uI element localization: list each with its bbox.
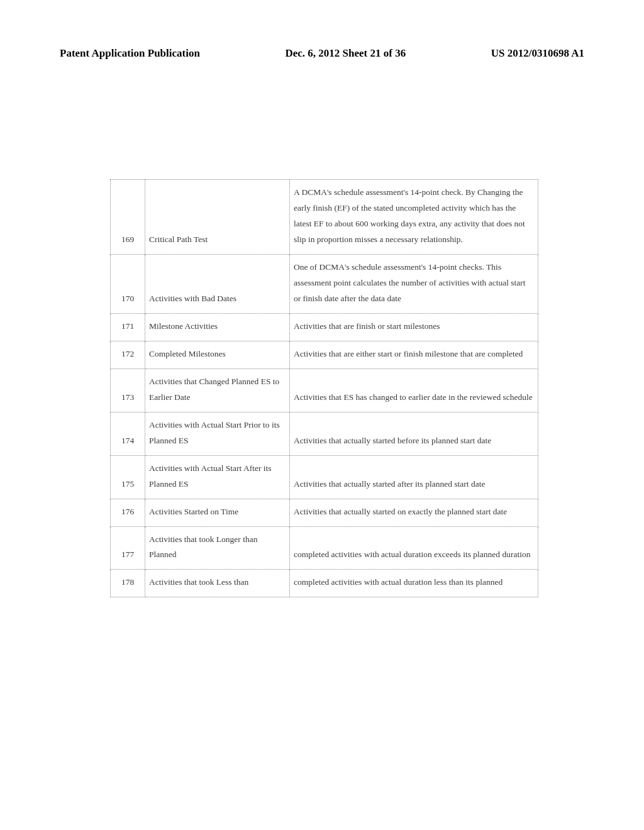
row-name: Activities Started on Time	[145, 499, 290, 526]
data-table-container: 169 Critical Path Test A DCMA's schedule…	[110, 179, 538, 597]
table-row: 175 Activities with Actual Start After i…	[111, 455, 538, 499]
row-description: completed activities with actual duratio…	[290, 570, 538, 597]
row-number: 169	[111, 180, 145, 255]
table-row: 170 Activities with Bad Dates One of DCM…	[111, 254, 538, 313]
row-number: 178	[111, 570, 145, 597]
row-description: completed activities with actual duratio…	[290, 526, 538, 570]
row-name: Critical Path Test	[145, 180, 290, 255]
row-description: Activities that actually started after i…	[290, 455, 538, 499]
row-description: Activities that ES has changed to earlie…	[290, 368, 538, 412]
row-description: Activities that actually started on exac…	[290, 499, 538, 526]
row-description: Activities that actually started before …	[290, 412, 538, 455]
table-row: 178 Activities that took Less than compl…	[111, 570, 538, 597]
row-name: Activities that Changed Planned ES to Ea…	[145, 368, 290, 412]
row-name: Activities with Bad Dates	[145, 254, 290, 313]
row-number: 171	[111, 313, 145, 341]
row-name: Milestone Activities	[145, 313, 290, 341]
header-right: US 2012/0310698 A1	[491, 47, 584, 60]
row-description: One of DCMA's schedule assessment's 14-p…	[290, 254, 538, 313]
row-name: Activities with Actual Start After its P…	[145, 455, 290, 499]
table-row: 172 Completed Milestones Activities that…	[111, 341, 538, 368]
row-number: 176	[111, 499, 145, 526]
data-table: 169 Critical Path Test A DCMA's schedule…	[110, 179, 538, 597]
row-number: 172	[111, 341, 145, 368]
row-name: Activities that took Less than	[145, 570, 290, 597]
row-description: Activities that are finish or start mile…	[290, 313, 538, 341]
header-center: Dec. 6, 2012 Sheet 21 of 36	[285, 47, 406, 60]
table-row: 177 Activities that took Longer than Pla…	[111, 526, 538, 570]
row-name: Completed Milestones	[145, 341, 290, 368]
table-row: 176 Activities Started on Time Activitie…	[111, 499, 538, 526]
header-left: Patent Application Publication	[60, 47, 200, 60]
row-description: A DCMA's schedule assessment's 14-point …	[290, 180, 538, 255]
row-number: 177	[111, 526, 145, 570]
table-row: 174 Activities with Actual Start Prior t…	[111, 412, 538, 455]
table-row: 173 Activities that Changed Planned ES t…	[111, 368, 538, 412]
table-row: 171 Milestone Activities Activities that…	[111, 313, 538, 341]
row-number: 173	[111, 368, 145, 412]
row-number: 170	[111, 254, 145, 313]
row-name: Activities with Actual Start Prior to it…	[145, 412, 290, 455]
row-number: 175	[111, 455, 145, 499]
row-description: Activities that are either start or fini…	[290, 341, 538, 368]
page-header: Patent Application Publication Dec. 6, 2…	[0, 47, 644, 60]
table-row: 169 Critical Path Test A DCMA's schedule…	[111, 180, 538, 255]
row-name: Activities that took Longer than Planned	[145, 526, 290, 570]
row-number: 174	[111, 412, 145, 455]
